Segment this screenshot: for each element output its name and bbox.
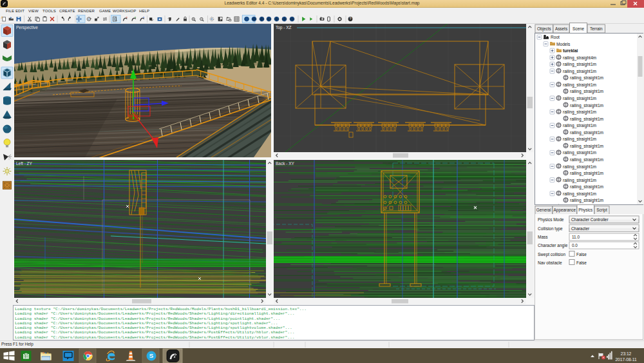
svg-text:False: False <box>576 260 587 265</box>
svg-text:railing_straight1m: railing_straight1m <box>563 164 597 170</box>
svg-text:Terrain: Terrain <box>590 26 603 31</box>
svg-text:railing_straight1m: railing_straight1m <box>570 89 604 94</box>
svg-text:Scene: Scene <box>573 26 585 31</box>
svg-text:tureklai: tureklai <box>563 48 578 53</box>
svg-text:railing_straight1m: railing_straight1m <box>563 62 597 67</box>
svg-text:railing_straight1m: railing_straight1m <box>570 171 604 176</box>
svg-text:General: General <box>536 208 551 212</box>
svg-text:railing_straight1m: railing_straight1m <box>570 117 604 122</box>
svg-text:Collision type: Collision type <box>538 226 563 231</box>
svg-text:railing_straight1m: railing_straight1m <box>570 157 604 162</box>
svg-text:railing_straight1m: railing_straight1m <box>570 184 604 190</box>
svg-text:railing_straight1m: railing_straight1m <box>563 123 597 128</box>
svg-text:Swept collision: Swept collision <box>538 252 565 257</box>
svg-text:11.0: 11.0 <box>572 235 580 239</box>
svg-text:S: S <box>149 352 153 359</box>
svg-text:railing_straight1m: railing_straight1m <box>563 96 597 101</box>
svg-text:railing_straight1m: railing_straight1m <box>563 150 597 155</box>
svg-text:Character angle: Character angle <box>538 243 568 248</box>
svg-text:0.0: 0.0 <box>572 243 578 248</box>
svg-text:Physics Mode: Physics Mode <box>538 217 564 222</box>
svg-text:railing_straight1m: railing_straight1m <box>563 110 597 115</box>
svg-text:?: ? <box>349 17 351 21</box>
svg-text:railing_straight1m: railing_straight1m <box>570 75 604 81</box>
svg-text:railing_straight1m: railing_straight1m <box>570 103 604 108</box>
svg-text:railing_straight1m: railing_straight1m <box>563 83 597 88</box>
svg-text:Root: Root <box>551 35 560 39</box>
svg-text:railing_straight4m: railing_straight4m <box>563 55 597 61</box>
svg-text:railing_straight1m: railing_straight1m <box>570 198 604 203</box>
svg-text:23:12: 23:12 <box>621 351 632 356</box>
svg-text:railing_straight1m: railing_straight1m <box>563 69 597 74</box>
svg-text:Appearance: Appearance <box>554 208 576 213</box>
svg-text:railing_straight1m: railing_straight1m <box>563 178 597 183</box>
svg-text:railing_straight1m: railing_straight1m <box>570 130 604 135</box>
svg-text:Mass: Mass <box>538 235 548 239</box>
svg-text:Character: Character <box>571 226 590 231</box>
svg-text:Assets: Assets <box>555 26 567 31</box>
svg-text:Character Controller: Character Controller <box>571 217 609 222</box>
svg-text:Nav obstacle: Nav obstacle <box>538 260 562 265</box>
svg-text:Models: Models <box>556 42 571 46</box>
svg-text:railing_straight1m: railing_straight1m <box>563 191 597 197</box>
svg-text:2017-08-11: 2017-08-11 <box>615 357 637 362</box>
svg-text:Objects: Objects <box>537 26 551 32</box>
svg-text:Physics: Physics <box>578 208 592 213</box>
svg-text:False: False <box>576 252 587 257</box>
svg-text:Script: Script <box>596 208 607 213</box>
svg-text:railing_straight1m: railing_straight1m <box>570 144 604 149</box>
svg-text:railing_straight1m: railing_straight1m <box>563 137 597 142</box>
